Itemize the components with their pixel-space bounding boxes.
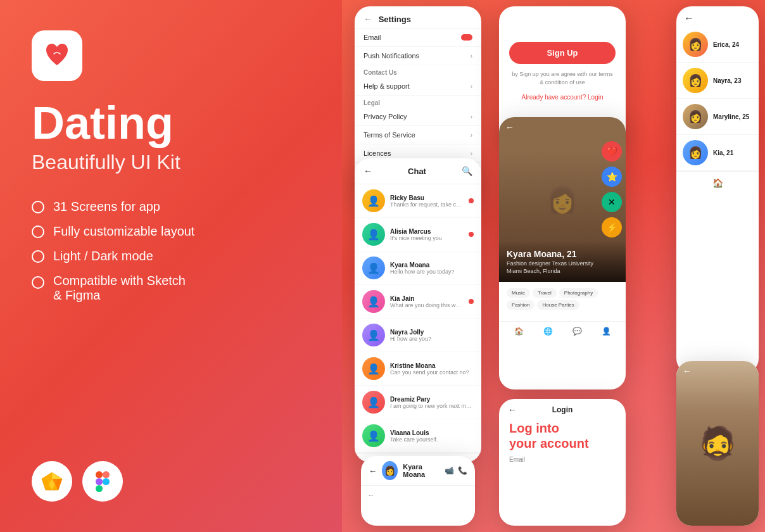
profile-detail-name: Kyara Moana, 21 xyxy=(507,249,618,259)
chat-item-alisia[interactable]: 👤 Alisia Marcus It's nice meeting you xyxy=(355,218,481,251)
video-call-icon[interactable]: 📹 xyxy=(445,466,454,475)
chat-msg-alisia: It's nice meeting you xyxy=(390,235,464,241)
profile-card-kia[interactable]: 👩 Kia, 21 xyxy=(676,135,759,171)
feature-item-3: Light / Dark mode xyxy=(32,249,310,263)
chat-info-alisia: Alisia Marcus It's nice meeting you xyxy=(390,228,464,241)
super-like-button[interactable]: ⭐ xyxy=(602,167,622,187)
settings-terms-label: Terms of Service xyxy=(364,131,415,139)
settings-email-label: Email xyxy=(364,34,381,41)
svg-rect-8 xyxy=(103,471,110,478)
person-nav-icon[interactable]: 👤 xyxy=(602,327,611,336)
settings-terms[interactable]: Terms of Service › xyxy=(355,126,481,144)
chevron-icon: › xyxy=(471,83,472,90)
profile-nav-bar: 🏠 🌐 💬 👤 xyxy=(499,321,626,341)
chat-msg-viaana: Take care yourself. xyxy=(390,436,474,443)
globe-nav-icon[interactable]: 🌐 xyxy=(543,327,553,336)
chat-info-kyara: Kyara Moana Hello how are you today? xyxy=(390,262,474,275)
profile-detail-location: Miami Beach, Florida xyxy=(507,268,618,274)
feature-item-2: Fully customizable layout xyxy=(32,224,310,239)
chat-preview-body: ... xyxy=(361,486,475,502)
phone-profiles: ← 👩 Erica, 24 👩 Nayra, 23 👩 Maryline, 25… xyxy=(676,6,759,374)
avatar-kyara: 👤 xyxy=(362,256,385,279)
avatar-erica: 👩 xyxy=(683,32,708,57)
like-button[interactable]: ❤️ xyxy=(602,141,622,162)
brand-title: Dating xyxy=(32,100,310,146)
unread-dot xyxy=(469,232,474,237)
settings-help[interactable]: Help & support › xyxy=(355,77,481,96)
profile-detail-back[interactable]: ← xyxy=(505,122,514,132)
chat-back-button[interactable]: ← xyxy=(364,166,372,176)
chat-info-kia: Kia Jain What are you doing this weekend… xyxy=(390,295,464,308)
brand-subtitle: Beautifully UI Kit xyxy=(32,151,310,174)
signup-button[interactable]: Sign Up xyxy=(509,42,616,64)
svg-rect-10 xyxy=(96,485,103,492)
chat-name-kia: Kia Jain xyxy=(390,295,464,302)
man-photo: 🧔 xyxy=(676,361,759,526)
login-email-label: Email xyxy=(499,451,626,463)
already-account-text: Already have account? xyxy=(522,94,586,101)
avatar-kristine: 👤 xyxy=(362,357,385,380)
bullet-icon xyxy=(32,250,44,263)
settings-legal-section: Legal xyxy=(355,96,481,108)
chat-item-kyara[interactable]: 👤 Kyara Moana Hello how are you today? xyxy=(355,251,481,285)
phone-call-icon[interactable]: 📞 xyxy=(458,466,467,475)
chat-msg-kristine: Can you send your contact no? xyxy=(390,369,474,376)
home-nav-icon[interactable]: 🏠 xyxy=(514,327,524,336)
chat-item-dreamiz[interactable]: 👤 Dreamiz Pary I am going to new york ne… xyxy=(355,386,481,419)
login-header-bar: ← Login xyxy=(499,399,626,421)
feature-text-3: Light / Dark mode xyxy=(53,249,153,263)
chat-info-nayra: Nayra Jolly Hi how are you? xyxy=(390,329,474,342)
chat-info-viaana: Viaana Louis Take care yourself. xyxy=(390,429,474,443)
profile-detail-info: Fashion designer Texas University xyxy=(507,260,618,267)
chat-msg-ricky: Thanks for request, take care... xyxy=(390,201,464,208)
profile-card-erica[interactable]: 👩 Erica, 24 xyxy=(676,27,759,63)
tag-fashion: Fashion xyxy=(507,300,534,310)
unread-dot xyxy=(469,299,474,304)
settings-push[interactable]: Push Notifications › xyxy=(355,47,481,65)
settings-email[interactable]: Email xyxy=(355,28,481,47)
profile-card-maryline[interactable]: 👩 Maryline, 25 xyxy=(676,99,759,135)
login-header-title: Login xyxy=(552,405,573,414)
chat-header: ← Chat 🔍 xyxy=(355,158,481,184)
settings-header: ← Settings xyxy=(355,6,481,28)
phone-profile-detail: 👩 ← Kyara Moana, 21 Fashion designer Tex… xyxy=(499,117,626,390)
profile-detail-image: 👩 ← Kyara Moana, 21 Fashion designer Tex… xyxy=(499,117,626,282)
profile-detail-body: Music Travel Photography Fashion House P… xyxy=(499,282,626,321)
login-link[interactable]: Login xyxy=(588,94,603,101)
boost-button[interactable]: ⚡ xyxy=(602,217,622,238)
chat-item-ricky[interactable]: 👤 Ricky Basu Thanks for request, take ca… xyxy=(355,184,481,218)
chat-name-viaana: Viaana Louis xyxy=(390,429,474,436)
chevron-icon: › xyxy=(471,132,472,139)
avatar-alisia: 👤 xyxy=(362,223,385,246)
settings-privacy[interactable]: Privacy Policy › xyxy=(355,108,481,126)
profile-name-nayra: Nayra, 23 xyxy=(713,77,741,84)
chat-item-viaana[interactable]: 👤 Viaana Louis Take care yourself. xyxy=(355,419,481,453)
profile-card-nayra[interactable]: 👩 Nayra, 23 xyxy=(676,63,759,99)
chat-name-ricky: Ricky Basu xyxy=(390,194,464,201)
bullet-icon xyxy=(32,225,44,238)
chat-preview-back[interactable]: ← xyxy=(369,466,377,476)
chat-info-ricky: Ricky Basu Thanks for request, take care… xyxy=(390,194,464,208)
login-back-button[interactable]: ← xyxy=(508,405,517,415)
avatar-ricky: 👤 xyxy=(362,189,385,212)
svg-rect-9 xyxy=(96,478,103,485)
chat-info-dreamiz: Dreamiz Pary I am going to new york next… xyxy=(390,396,474,409)
profile-tags: Music Travel Photography Fashion House P… xyxy=(507,288,618,310)
man-back-button[interactable]: ← xyxy=(683,366,692,376)
chat-item-kia[interactable]: 👤 Kia Jain What are you doing this weeke… xyxy=(355,285,481,319)
chat-preview-avatar: 👩 xyxy=(382,461,398,480)
chat-item-kristine[interactable]: 👤 Kristine Moana Can you send your conta… xyxy=(355,352,481,386)
chat-preview-icons: 📹 📞 xyxy=(445,466,467,475)
toggle-email[interactable] xyxy=(461,34,472,41)
chat-item-nayra[interactable]: 👤 Nayra Jolly Hi how are you? xyxy=(355,319,481,352)
close-button[interactable]: ✕ xyxy=(602,192,622,212)
chat-search-icon[interactable]: 🔍 xyxy=(462,166,472,176)
home-bar: 🏠 xyxy=(676,171,759,194)
man-photo-container: 🧔 ← xyxy=(676,361,759,526)
chevron-icon: › xyxy=(471,113,472,120)
profile-back-button[interactable]: ← xyxy=(676,6,759,27)
chat-nav-icon[interactable]: 💬 xyxy=(572,327,582,336)
home-icon[interactable]: 🏠 xyxy=(712,178,723,188)
tag-travel: Travel xyxy=(533,288,557,298)
svg-point-11 xyxy=(103,478,110,485)
